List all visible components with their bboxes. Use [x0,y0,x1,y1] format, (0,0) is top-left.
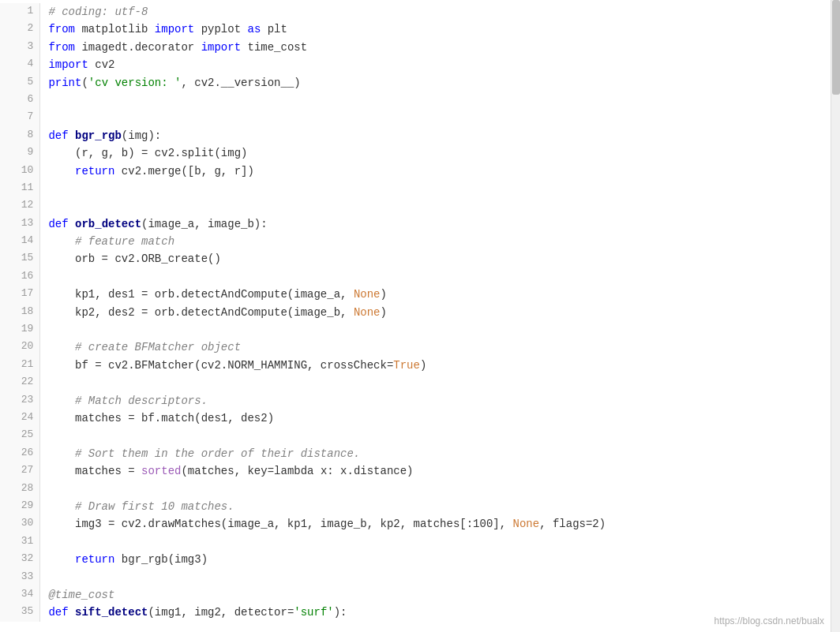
code-line [40,321,840,338]
code-line: @time_cost [40,586,840,604]
line-number: 33 [0,569,40,586]
table-row: 13def orb_detect(image_a, image_b): [0,215,840,233]
token: kp1, des1 = orb.detectAndCompute(image_a… [48,288,353,301]
line-number: 12 [0,197,40,215]
token: (matches, key=lambda x: x.distance) [181,465,413,477]
line-number: 26 [0,445,40,462]
line-number: 8 [0,127,40,144]
code-line: # coding: utf-8 [40,3,840,21]
table-row: 31 [0,533,840,551]
token: import [155,23,194,36]
line-number: 20 [0,338,40,356]
code-line: return bgr_rgb(img3) [40,551,840,568]
table-row: 22 [0,374,840,391]
token: None [354,306,381,319]
token: kp2, des2 = orb.detectAndCompute(image_b… [48,306,353,319]
line-number: 28 [0,481,40,498]
line-number: 23 [0,392,40,409]
table-row: 7 [0,109,840,126]
line-number: 14 [0,233,40,250]
token: bgr_rgb [75,129,122,142]
token: import [48,58,88,71]
token: return [75,553,114,566]
line-number: 18 [0,304,40,321]
code-line [40,374,840,391]
line-number: 35 [0,604,40,621]
line-number: 15 [0,250,40,267]
token: import [201,41,241,54]
line-number: 22 [0,374,40,391]
line-number: 32 [0,551,40,568]
line-number: 24 [0,409,40,427]
token: # Sort them in the order of their distan… [48,447,360,460]
token: from [48,41,75,54]
code-line [40,268,840,286]
token: ) [380,306,386,319]
token: matplotlib [75,23,155,36]
table-row: 34@time_cost [0,586,840,604]
line-number: 3 [0,39,40,56]
token: cv2.merge([b, g, r]) [114,165,253,178]
line-number: 25 [0,427,40,444]
table-row: 26 # Sort them in the order of their dis… [0,445,840,462]
table-row: 4import cv2 [0,56,840,73]
scrollbar-thumb[interactable] [832,0,840,95]
token: orb = cv2.ORB_create() [48,252,220,265]
token [48,553,75,566]
code-line: orb = cv2.ORB_create() [40,250,840,267]
table-row: 24 matches = bf.match(des1, des2) [0,409,840,427]
line-number: 10 [0,163,40,180]
code-line [40,481,840,498]
table-row: 21 bf = cv2.BFMatcher(cv2.NORM_HAMMING, … [0,357,840,374]
line-number: 1 [0,3,40,21]
table-row: 14 # feature match [0,233,840,250]
token: bgr_rgb(img3) [114,553,208,566]
token [48,165,75,178]
line-number: 5 [0,74,40,92]
line-number: 19 [0,321,40,338]
code-line: # create BFMatcher object [40,338,840,356]
code-line: # Sort them in the order of their distan… [40,445,840,462]
table-row: 11 [0,180,840,197]
token [69,606,75,619]
code-line: # Draw first 10 matches. [40,498,840,515]
table-row: 29 # Draw first 10 matches. [0,498,840,515]
token: orb_detect [75,218,141,230]
table-row: 5print('cv version: ', cv2.__version__) [0,74,840,92]
code-line: matches = sorted(matches, key=lambda x: … [40,462,840,480]
table-row: 3from imagedt.decorator import time_cost [0,39,840,56]
line-number: 27 [0,462,40,480]
table-row: 8def bgr_rgb(img): [0,127,840,144]
table-row: 23 # Match descriptors. [0,392,840,409]
token: # coding: utf-8 [48,6,148,18]
token: ) [380,288,386,301]
code-line: print('cv version: ', cv2.__version__) [40,74,840,92]
vertical-scrollbar[interactable] [831,0,840,632]
line-number: 9 [0,144,40,162]
token: # Match descriptors. [48,395,208,407]
table-row: 2from matplotlib import pyplot as plt [0,21,840,38]
line-number: 21 [0,357,40,374]
line-number: 30 [0,515,40,533]
code-line: import cv2 [40,56,840,73]
line-number: 13 [0,215,40,233]
code-line: (r, g, b) = cv2.split(img) [40,144,840,162]
token: ) [420,359,426,372]
table-row: 20 # create BFMatcher object [0,338,840,356]
token: (img1, img2, detector= [148,606,294,619]
token: None [513,518,540,530]
code-line [40,569,840,586]
token: # Draw first 10 matches. [48,500,234,513]
code-line: # Match descriptors. [40,392,840,409]
code-editor: 1# coding: utf-82from matplotlib import … [0,0,840,632]
table-row: 32 return bgr_rgb(img3) [0,551,840,568]
token: as [247,23,261,36]
table-row: 19 [0,321,840,338]
token: 'cv version: ' [88,77,182,89]
code-line: img3 = cv2.drawMatches(image_a, kp1, ima… [40,515,840,533]
token: ( [81,77,88,89]
line-number: 16 [0,268,40,286]
table-row: 1# coding: utf-8 [0,3,840,21]
token: @time_cost [48,589,114,601]
token: (img): [122,129,161,142]
